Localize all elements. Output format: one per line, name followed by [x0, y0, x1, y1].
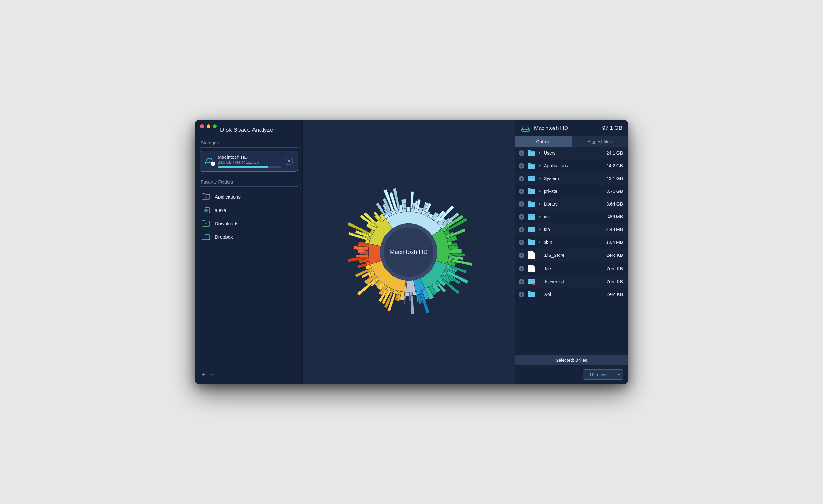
favorites-section-label: Favorite Folders — [199, 179, 298, 187]
add-favorite-button[interactable]: + — [201, 371, 205, 378]
outline-row[interactable]: i.volZero KB — [515, 288, 628, 301]
outline-row[interactable]: iLibrary3.64 GB — [515, 198, 628, 210]
outline-row[interactable]: iUsers24.1 GB — [515, 147, 628, 159]
folder-icon — [527, 213, 536, 220]
applications-folder-icon — [201, 193, 210, 200]
info-icon[interactable]: i — [519, 214, 524, 219]
svg-point-3 — [384, 227, 434, 277]
row-size: 1.04 MB — [606, 239, 623, 245]
outline-row[interactable]: iSystem13.1 GB — [515, 172, 628, 185]
info-icon[interactable]: i — [519, 151, 524, 156]
favorite-label: Dropbox — [215, 234, 233, 239]
info-icon[interactable]: i — [519, 239, 524, 245]
scan-play-button[interactable] — [285, 157, 293, 165]
folder-folder-icon — [201, 233, 210, 240]
info-icon[interactable]: i — [519, 253, 524, 258]
outline-row[interactable]: iprivate3.75 GB — [515, 185, 628, 198]
storages-section-label: Storages — [199, 140, 298, 148]
svg-point-5 — [528, 130, 528, 131]
disclosure-triangle-icon[interactable] — [539, 228, 541, 231]
folder-icon — [527, 188, 536, 195]
storage-subtitle: 24.0 GB Free of 121 GB — [218, 160, 281, 165]
row-size: 14.2 GB — [607, 163, 623, 168]
row-size: Zero KB — [607, 279, 623, 284]
app-title: Disk Space Analyzer — [220, 126, 298, 133]
downloads-folder-icon — [201, 220, 210, 227]
outline-list: iUsers24.1 GBiApplications14.2 GBiSystem… — [515, 147, 628, 355]
details-panel: Macintosh HD 97.1 GB Outline Biggest fil… — [515, 120, 628, 384]
favorite-item-downloads[interactable]: Downloads — [199, 217, 298, 230]
disclosure-triangle-icon[interactable] — [539, 241, 541, 243]
row-name: .file — [544, 266, 604, 271]
remove-dropdown-button[interactable] — [614, 370, 623, 379]
row-size: 13.1 GB — [607, 176, 623, 181]
outline-row[interactable]: iApplications14.2 GB — [515, 159, 628, 172]
row-name: Applications — [544, 163, 604, 168]
favorite-item-home[interactable]: alexa — [199, 203, 298, 217]
outline-row[interactable]: i.fileZero KB — [515, 262, 628, 275]
folder-icon — [527, 150, 536, 157]
row-size: 2.48 MB — [606, 227, 623, 232]
disclosure-triangle-icon[interactable] — [539, 152, 541, 154]
favorite-label: Applications — [215, 194, 240, 199]
close-window-button[interactable] — [200, 124, 204, 128]
row-size: 486 MB — [608, 214, 623, 219]
window-controls — [200, 124, 217, 128]
outline-row[interactable]: ibin2.48 MB — [515, 223, 628, 236]
row-size: Zero KB — [607, 292, 623, 297]
favorite-label: alexa — [215, 207, 226, 213]
info-icon[interactable]: i — [519, 292, 524, 297]
info-icon[interactable]: i — [519, 279, 524, 285]
folder-icon — [527, 162, 536, 169]
disclosure-triangle-icon[interactable] — [539, 177, 541, 180]
tab-biggest-files[interactable]: Biggest files — [571, 137, 628, 147]
disk-total-size: 97.1 GB — [603, 125, 622, 131]
disclosure-triangle-icon[interactable] — [539, 165, 541, 167]
info-icon[interactable]: i — [519, 176, 524, 181]
disk-icon — [521, 124, 530, 132]
storage-card[interactable]: ✓ Macintosh HD 24.0 GB Free of 121 GB — [199, 151, 298, 172]
row-size: 3.75 GB — [607, 189, 623, 194]
row-size: 3.64 GB — [607, 201, 623, 206]
file-icon — [528, 251, 535, 259]
outline-row[interactable]: isbin1.04 MB — [515, 236, 628, 248]
outline-row[interactable]: i.fseventsdZero KB — [515, 275, 628, 288]
file-icon — [528, 265, 535, 272]
disclosure-triangle-icon[interactable] — [539, 203, 541, 205]
row-name: Users — [544, 151, 604, 156]
remove-button-label: Remove — [583, 370, 614, 379]
sidebar: Disk Space Analyzer Storages ✓ Macintosh… — [195, 120, 303, 384]
favorite-label: Downloads — [215, 221, 238, 226]
zoom-window-button[interactable] — [213, 124, 217, 128]
row-size: Zero KB — [607, 253, 623, 258]
info-icon[interactable]: i — [519, 266, 524, 272]
storage-usage-bar — [218, 166, 281, 168]
info-icon[interactable]: i — [519, 227, 524, 232]
disclosure-triangle-icon[interactable] — [539, 190, 541, 192]
row-name: .DS_Store — [544, 253, 604, 258]
remove-button[interactable]: Remove — [583, 369, 624, 380]
minimize-window-button[interactable] — [206, 124, 210, 128]
disk-icon: ✓ — [204, 157, 214, 165]
outline-row[interactable]: iusr486 MB — [515, 210, 628, 223]
info-icon[interactable]: i — [519, 189, 524, 194]
info-icon[interactable]: i — [519, 201, 524, 207]
favorite-item-applications[interactable]: Applications — [199, 190, 298, 203]
row-size: 24.1 GB — [607, 151, 623, 156]
check-badge-icon: ✓ — [211, 162, 215, 166]
home-folder-icon — [201, 206, 210, 213]
outline-row[interactable]: i.DS_StoreZero KB — [515, 248, 628, 262]
folder-icon — [527, 226, 536, 233]
favorite-item-folder[interactable]: Dropbox — [199, 230, 298, 243]
info-icon[interactable]: i — [519, 163, 524, 169]
tab-outline[interactable]: Outline — [515, 137, 571, 147]
disclosure-triangle-icon[interactable] — [539, 215, 541, 218]
row-name: bin — [544, 227, 603, 232]
sunburst-chart[interactable]: Macintosh HD — [339, 182, 479, 322]
row-name: .vol — [544, 292, 604, 297]
folder-icon — [527, 278, 536, 285]
folder-icon — [527, 200, 536, 207]
remove-favorite-button[interactable]: − — [210, 371, 214, 378]
folder-icon — [527, 175, 536, 182]
sunburst-panel: Macintosh HD — [303, 120, 515, 384]
